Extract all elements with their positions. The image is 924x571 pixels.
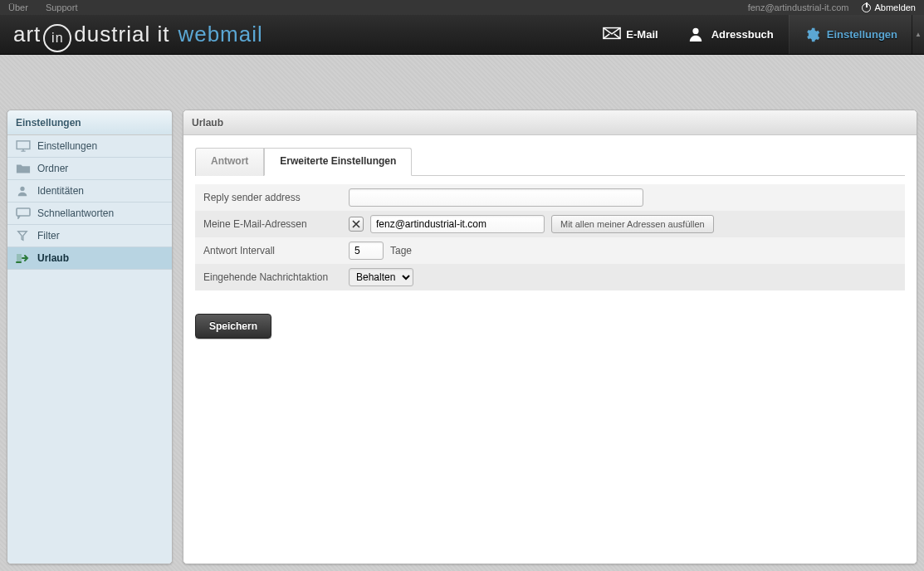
label-my-addresses: Meine E-Mail-Adressen xyxy=(203,218,349,230)
nav-contacts-label: Adressbuch xyxy=(711,28,774,41)
logo-product: webmail xyxy=(178,22,262,47)
label-interval: Antwort Intervall xyxy=(203,245,349,256)
nav-settings[interactable]: Einstellungen xyxy=(789,15,912,54)
svg-rect-5 xyxy=(17,254,22,262)
logo: art in dustrial it webmail xyxy=(13,21,263,49)
power-icon xyxy=(862,3,871,12)
chat-icon xyxy=(16,207,31,219)
logo-text-post: dustrial it xyxy=(74,22,169,47)
sidebar-list: Einstellungen Ordner Identitäten Schnell… xyxy=(7,135,172,564)
link-support[interactable]: Support xyxy=(46,2,78,12)
row-reply-sender: Reply sender address xyxy=(195,184,905,211)
user-icon xyxy=(16,185,31,197)
sidebar-item-label: Identitäten xyxy=(37,185,84,197)
nav-settings-label: Einstellungen xyxy=(827,28,897,41)
main-panel-title: Urlaub xyxy=(183,110,917,135)
logo-text-pre: art xyxy=(13,22,41,47)
sidebar-title: Einstellungen xyxy=(7,110,172,135)
interval-unit: Tage xyxy=(390,245,412,256)
utility-bar: Über Support fenz@artindustrial-it.com A… xyxy=(0,0,924,15)
fill-all-addresses-button[interactable]: Mit allen meiner Adressen ausfüllen xyxy=(551,215,714,233)
save-button[interactable]: Speichern xyxy=(195,314,271,339)
settings-sidebar: Einstellungen Einstellungen Ordner Ident… xyxy=(7,110,173,564)
sidebar-item-label: Urlaub xyxy=(37,252,69,264)
gear-icon xyxy=(804,27,820,43)
sidebar-item-label: Schnellantworten xyxy=(37,207,114,219)
select-incoming-action[interactable]: Behalten xyxy=(349,268,413,286)
svg-rect-4 xyxy=(17,208,30,216)
label-incoming-action: Eingehende Nachrichtaktion xyxy=(203,271,349,283)
main-panel: Urlaub Antwort Erweiterte Einstellungen … xyxy=(183,110,917,564)
tab-advanced[interactable]: Erweiterte Einstellungen xyxy=(264,148,412,176)
monitor-icon xyxy=(16,140,31,152)
nav-mail-label: E-Mail xyxy=(626,28,658,41)
tab-reply[interactable]: Antwort xyxy=(195,148,264,176)
nav-collapse-toggle[interactable]: ▲ xyxy=(912,15,924,54)
away-icon xyxy=(16,252,31,264)
svg-point-1 xyxy=(692,27,698,33)
sidebar-item-identities[interactable]: Identitäten xyxy=(7,180,172,203)
sidebar-item-vacation[interactable]: Urlaub xyxy=(7,247,172,270)
label-reply-sender: Reply sender address xyxy=(203,192,349,203)
logout-label: Abmelden xyxy=(874,2,916,12)
input-reply-sender[interactable] xyxy=(349,188,643,207)
delete-address-button[interactable] xyxy=(349,217,364,232)
sidebar-item-label: Filter xyxy=(37,230,60,242)
input-my-address[interactable] xyxy=(370,215,545,233)
nav-mail[interactable]: E-Mail xyxy=(588,15,672,54)
mail-icon xyxy=(603,27,619,43)
logout-button[interactable]: Abmelden xyxy=(862,2,916,12)
link-about[interactable]: Über xyxy=(8,2,28,12)
sidebar-item-filters[interactable]: Filter xyxy=(7,225,172,247)
folder-icon xyxy=(16,163,31,174)
current-user-email: fenz@artindustrial-it.com xyxy=(748,2,849,12)
sidebar-item-label: Einstellungen xyxy=(37,140,97,152)
main-nav: E-Mail Adressbuch Einstellungen ▲ xyxy=(588,15,924,54)
svg-point-3 xyxy=(20,187,24,191)
sidebar-item-label: Ordner xyxy=(37,163,68,174)
row-incoming-action: Eingehende Nachrichtaktion Behalten xyxy=(195,264,905,290)
svg-rect-2 xyxy=(17,141,30,149)
person-icon xyxy=(688,27,705,43)
sidebar-item-responses[interactable]: Schnellantworten xyxy=(7,203,172,225)
row-interval: Antwort Intervall Tage xyxy=(195,237,905,264)
sidebar-item-folders[interactable]: Ordner xyxy=(7,158,172,180)
input-interval[interactable] xyxy=(349,242,384,260)
logo-in-circle: in xyxy=(43,24,71,52)
tabs: Antwort Erweiterte Einstellungen xyxy=(195,147,905,176)
sidebar-item-preferences[interactable]: Einstellungen xyxy=(7,135,172,158)
row-my-addresses: Meine E-Mail-Adressen Mit allen meiner A… xyxy=(195,211,905,237)
nav-contacts[interactable]: Adressbuch xyxy=(673,15,789,54)
filter-icon xyxy=(16,230,31,242)
app-header: art in dustrial it webmail E-Mail Adress… xyxy=(0,15,924,55)
